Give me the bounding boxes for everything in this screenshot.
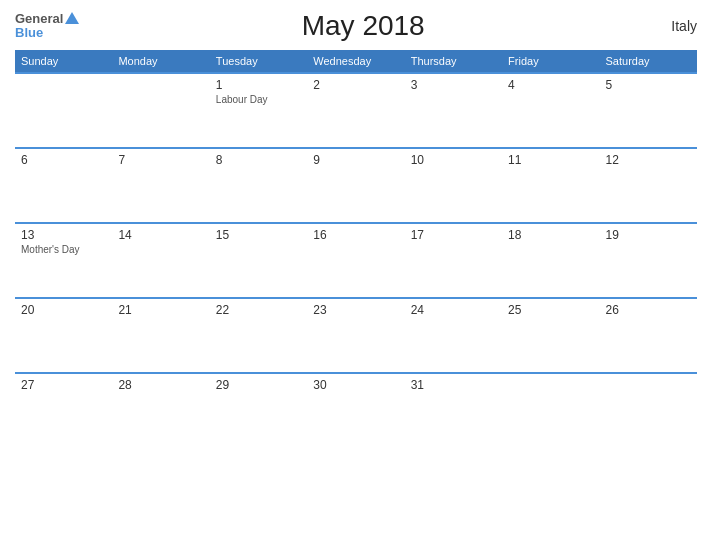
- cell-w3-d3: 23: [307, 298, 404, 373]
- day-number: 18: [508, 228, 593, 242]
- logo-blue-text: Blue: [15, 26, 43, 40]
- day-number: 2: [313, 78, 398, 92]
- cell-w1-d4: 10: [405, 148, 502, 223]
- week-row-4: 2728293031: [15, 373, 697, 448]
- day-number: 12: [606, 153, 691, 167]
- day-number: 7: [118, 153, 203, 167]
- cell-w2-d0: 13Mother's Day: [15, 223, 112, 298]
- calendar-body: 1Labour Day2345678910111213Mother's Day1…: [15, 73, 697, 448]
- day-number: 30: [313, 378, 398, 392]
- day-headers-row: Sunday Monday Tuesday Wednesday Thursday…: [15, 50, 697, 73]
- country-label: Italy: [647, 18, 697, 34]
- calendar-header: General Blue May 2018 Italy: [15, 10, 697, 42]
- day-number: 19: [606, 228, 691, 242]
- cell-w4-d6: [600, 373, 697, 448]
- cell-w4-d4: 31: [405, 373, 502, 448]
- cell-w4-d3: 30: [307, 373, 404, 448]
- day-number: 1: [216, 78, 301, 92]
- day-number: 27: [21, 378, 106, 392]
- day-number: 20: [21, 303, 106, 317]
- cell-w3-d2: 22: [210, 298, 307, 373]
- calendar-thead: Sunday Monday Tuesday Wednesday Thursday…: [15, 50, 697, 73]
- day-number: 21: [118, 303, 203, 317]
- day-number: 31: [411, 378, 496, 392]
- cell-w1-d2: 8: [210, 148, 307, 223]
- header-monday: Monday: [112, 50, 209, 73]
- cell-w0-d3: 2: [307, 73, 404, 148]
- cell-w3-d1: 21: [112, 298, 209, 373]
- week-row-1: 6789101112: [15, 148, 697, 223]
- day-number: 28: [118, 378, 203, 392]
- cell-w1-d5: 11: [502, 148, 599, 223]
- week-row-0: 1Labour Day2345: [15, 73, 697, 148]
- day-number: 6: [21, 153, 106, 167]
- cell-w4-d2: 29: [210, 373, 307, 448]
- day-number: 13: [21, 228, 106, 242]
- day-number: 26: [606, 303, 691, 317]
- cell-w0-d1: [112, 73, 209, 148]
- header-sunday: Sunday: [15, 50, 112, 73]
- logo: General Blue: [15, 12, 79, 41]
- cell-w2-d2: 15: [210, 223, 307, 298]
- logo-triangle-icon: [65, 12, 79, 24]
- cell-w1-d6: 12: [600, 148, 697, 223]
- day-number: 29: [216, 378, 301, 392]
- day-number: 24: [411, 303, 496, 317]
- header-wednesday: Wednesday: [307, 50, 404, 73]
- cell-w2-d6: 19: [600, 223, 697, 298]
- day-number: 4: [508, 78, 593, 92]
- cell-w3-d5: 25: [502, 298, 599, 373]
- day-event: Mother's Day: [21, 244, 106, 255]
- day-number: 16: [313, 228, 398, 242]
- cell-w2-d3: 16: [307, 223, 404, 298]
- week-row-3: 20212223242526: [15, 298, 697, 373]
- day-number: 10: [411, 153, 496, 167]
- day-number: 25: [508, 303, 593, 317]
- cell-w4-d0: 27: [15, 373, 112, 448]
- logo-general-text: General: [15, 12, 63, 26]
- cell-w4-d5: [502, 373, 599, 448]
- cell-w3-d4: 24: [405, 298, 502, 373]
- cell-w0-d5: 4: [502, 73, 599, 148]
- cell-w0-d4: 3: [405, 73, 502, 148]
- cell-w4-d1: 28: [112, 373, 209, 448]
- cell-w0-d2: 1Labour Day: [210, 73, 307, 148]
- day-number: 15: [216, 228, 301, 242]
- day-number: 8: [216, 153, 301, 167]
- cell-w1-d3: 9: [307, 148, 404, 223]
- cell-w1-d0: 6: [15, 148, 112, 223]
- cell-w3-d0: 20: [15, 298, 112, 373]
- day-number: 17: [411, 228, 496, 242]
- cell-w2-d5: 18: [502, 223, 599, 298]
- day-number: 9: [313, 153, 398, 167]
- day-number: 11: [508, 153, 593, 167]
- day-number: 23: [313, 303, 398, 317]
- week-row-2: 13Mother's Day141516171819: [15, 223, 697, 298]
- cell-w2-d1: 14: [112, 223, 209, 298]
- header-thursday: Thursday: [405, 50, 502, 73]
- day-number: 22: [216, 303, 301, 317]
- header-saturday: Saturday: [600, 50, 697, 73]
- day-event: Labour Day: [216, 94, 301, 105]
- day-number: 3: [411, 78, 496, 92]
- header-tuesday: Tuesday: [210, 50, 307, 73]
- calendar-table: Sunday Monday Tuesday Wednesday Thursday…: [15, 50, 697, 448]
- cell-w0-d0: [15, 73, 112, 148]
- cell-w0-d6: 5: [600, 73, 697, 148]
- day-number: 5: [606, 78, 691, 92]
- logo-general: General: [15, 12, 79, 26]
- calendar-title: May 2018: [79, 10, 647, 42]
- calendar-page: General Blue May 2018 Italy Sunday Monda…: [0, 0, 712, 550]
- header-friday: Friday: [502, 50, 599, 73]
- day-number: 14: [118, 228, 203, 242]
- cell-w3-d6: 26: [600, 298, 697, 373]
- cell-w2-d4: 17: [405, 223, 502, 298]
- cell-w1-d1: 7: [112, 148, 209, 223]
